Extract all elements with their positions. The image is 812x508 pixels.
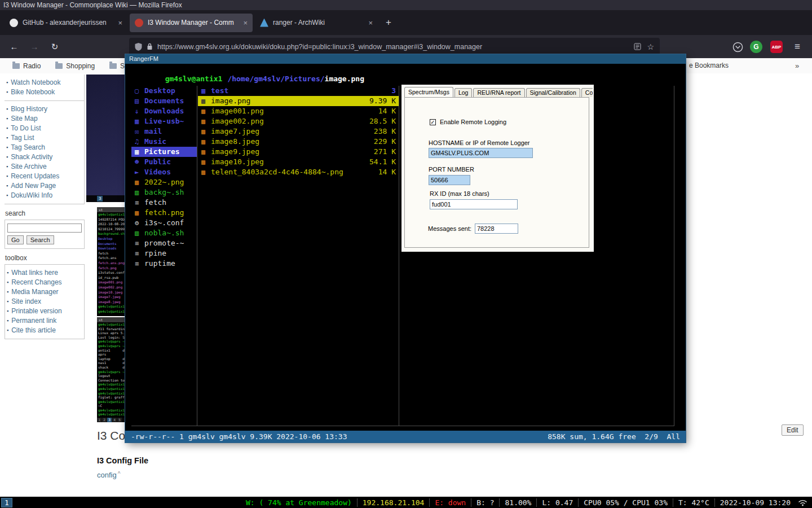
sidebar-link[interactable]: Tag List bbox=[11, 134, 34, 142]
file-row[interactable]: ▩image10.jpeg54.1 K bbox=[198, 157, 399, 167]
bullet-icon: ▪ bbox=[7, 289, 8, 295]
bookmarks-chevron-icon[interactable]: » bbox=[795, 58, 799, 73]
url-bar[interactable]: https://www.gm4slv.org.uk/dokuwiki/doku.… bbox=[129, 38, 660, 55]
sidebar-link[interactable]: What links here bbox=[11, 269, 58, 277]
sidebar-link[interactable]: DokuWiki Info bbox=[11, 191, 52, 199]
file-row[interactable]: ≡rpine bbox=[131, 248, 197, 259]
ranger-titlebar[interactable]: RangerFM bbox=[125, 54, 686, 64]
sidebar-item: ▪Add New Page bbox=[5, 181, 84, 190]
gear-icon: ⚙ bbox=[135, 218, 144, 228]
file-row[interactable]: ✉mail bbox=[131, 126, 197, 137]
file-row[interactable]: ►Videos bbox=[131, 167, 197, 177]
sidebar-link[interactable]: Media Manager bbox=[11, 288, 58, 296]
browser-tab[interactable]: GitHub - alexanderjeurissen× bbox=[5, 14, 127, 32]
file-row[interactable]: ▦test3 bbox=[198, 86, 399, 96]
tab-close-icon[interactable]: × bbox=[243, 19, 248, 27]
file-row[interactable]: ▥nobla~.sh bbox=[131, 228, 197, 238]
file-name: Public bbox=[144, 157, 197, 167]
bookmark-folder[interactable]: Shopping bbox=[55, 62, 95, 70]
sidebar-link[interactable]: Site index bbox=[11, 297, 41, 305]
wiki-favicon bbox=[135, 19, 143, 27]
sidebar-link[interactable]: Tag Search bbox=[11, 143, 45, 151]
go-button[interactable]: Go bbox=[7, 235, 24, 244]
tab-close-icon[interactable]: × bbox=[368, 19, 373, 27]
bookmark-star-icon[interactable]: ☆ bbox=[647, 42, 654, 51]
file-row[interactable]: ☻Public bbox=[131, 157, 197, 167]
sidebar-link[interactable]: Printable version bbox=[11, 307, 61, 315]
file-row[interactable]: ▥backg~.sh bbox=[131, 187, 197, 198]
file-row[interactable]: ▦Live-usb~ bbox=[131, 116, 197, 126]
browser-tab[interactable]: I3 Window Manager - Comm× bbox=[130, 14, 253, 32]
reader-mode-icon[interactable] bbox=[634, 43, 641, 50]
file-row[interactable]: ▩image001.png14 K bbox=[198, 106, 399, 116]
file-row[interactable]: ▩telent_8403a2cd-4c46-4884~.png14 K bbox=[198, 167, 399, 177]
file-name: image001.png bbox=[211, 106, 376, 116]
shield-icon[interactable] bbox=[135, 43, 142, 51]
file-row[interactable]: ▩image.png9.39 K bbox=[198, 96, 399, 106]
i3status: W: ( 74% at Greenmeadow)192.168.21.104E:… bbox=[241, 498, 796, 507]
sidebar-link[interactable]: Watch Notebook bbox=[11, 78, 60, 86]
file-row[interactable]: ⇓Downloads bbox=[131, 106, 197, 116]
bullet-icon: ▪ bbox=[6, 80, 8, 85]
sidebar-link[interactable]: Bike Notebook bbox=[11, 88, 55, 96]
sidebar-link[interactable]: Site Map bbox=[11, 115, 37, 122]
sidebar-link[interactable]: To Do List bbox=[11, 124, 41, 132]
file-row[interactable]: ▩2022~.png bbox=[131, 177, 197, 187]
bookmark-label: Radio bbox=[23, 62, 41, 70]
file-row[interactable]: ▩fetch.png bbox=[131, 208, 197, 218]
forward-button[interactable]: → bbox=[26, 35, 43, 58]
hamburger-menu-icon[interactable]: ≡ bbox=[791, 40, 804, 54]
reload-button[interactable]: ↻ bbox=[46, 35, 63, 58]
sidebar-link[interactable]: Recent Changes bbox=[11, 278, 61, 286]
config-subheading: I3 Config File bbox=[97, 456, 148, 465]
search-input[interactable] bbox=[7, 224, 82, 233]
config-link[interactable]: config bbox=[97, 471, 117, 479]
hostname-label: HOSTNAME or IP of Remote Logger bbox=[429, 139, 530, 146]
file-row[interactable]: ▦Pictures bbox=[131, 147, 197, 157]
sidebar-link[interactable]: Blog History bbox=[11, 105, 47, 113]
pocket-icon[interactable] bbox=[731, 40, 744, 54]
sidebar-link[interactable]: Site Archive bbox=[11, 163, 46, 170]
image-icon: ▩ bbox=[201, 106, 211, 116]
file-row[interactable]: ▢Desktop bbox=[131, 86, 197, 96]
workspace-button[interactable]: 1 bbox=[1, 498, 12, 507]
new-tab-button[interactable]: + bbox=[380, 17, 397, 28]
bookmark-folder[interactable]: Radio bbox=[12, 62, 41, 70]
sidebar-link[interactable]: Recent Updates bbox=[11, 172, 59, 180]
sidebar-link[interactable]: Add New Page bbox=[11, 182, 56, 190]
file-row[interactable]: ▩image9.jpeg271 K bbox=[198, 147, 399, 157]
file-row[interactable]: ≡fetch bbox=[131, 198, 197, 208]
wiki-screenshot-image[interactable]: 3 bbox=[86, 75, 125, 202]
file-row[interactable]: ▩image8.jpeg229 K bbox=[198, 137, 399, 147]
file-row[interactable]: ▩image7.jpeg238 K bbox=[198, 126, 399, 137]
file-row[interactable]: ⚙i3s~.conf bbox=[131, 218, 197, 228]
tab-close-icon[interactable]: × bbox=[118, 19, 122, 27]
sidebar-link[interactable]: Permanent link bbox=[11, 317, 56, 325]
port-input: 50666 bbox=[429, 175, 470, 185]
rxid-input: fud001 bbox=[430, 199, 518, 209]
browser-tab[interactable]: ranger - ArchWiki× bbox=[255, 14, 378, 32]
file-size: 271 K bbox=[372, 147, 399, 157]
file-name: 2022~.png bbox=[144, 177, 197, 187]
bookmarks-overflow-label[interactable]: e Bookmarks bbox=[689, 58, 729, 73]
file-row[interactable]: ▩image002.png28.5 K bbox=[198, 116, 399, 126]
search-button[interactable]: Search bbox=[27, 235, 54, 244]
image-icon: ▩ bbox=[201, 116, 211, 126]
adblock-icon[interactable]: ABP bbox=[770, 41, 783, 53]
account-avatar[interactable]: G bbox=[750, 41, 762, 53]
file-row[interactable]: ≡promote-~ bbox=[131, 238, 197, 248]
sidebar-link[interactable]: Shack Activity bbox=[11, 153, 52, 161]
image-icon: ▩ bbox=[201, 147, 211, 157]
file-row[interactable]: ♫Music bbox=[131, 137, 197, 147]
section-edit-button[interactable]: Edit bbox=[782, 424, 804, 436]
file-row[interactable]: ▤Documents bbox=[131, 96, 197, 106]
back-button[interactable]: ← bbox=[6, 35, 23, 58]
file-name: Music bbox=[144, 137, 197, 147]
sidebar-item: ▪Recent Changes bbox=[5, 277, 84, 287]
url-text[interactable]: https://www.gm4slv.org.uk/dokuwiki/doku.… bbox=[157, 43, 628, 51]
window-titlebar[interactable]: I3 Window Manager - Commonplace Wiki — M… bbox=[0, 0, 812, 10]
file-name: fetch.png bbox=[144, 208, 197, 218]
file-row[interactable]: ≡ruptime bbox=[131, 259, 197, 269]
search-box: Go Search bbox=[5, 220, 85, 249]
sidebar-link[interactable]: Cite this article bbox=[11, 326, 56, 334]
